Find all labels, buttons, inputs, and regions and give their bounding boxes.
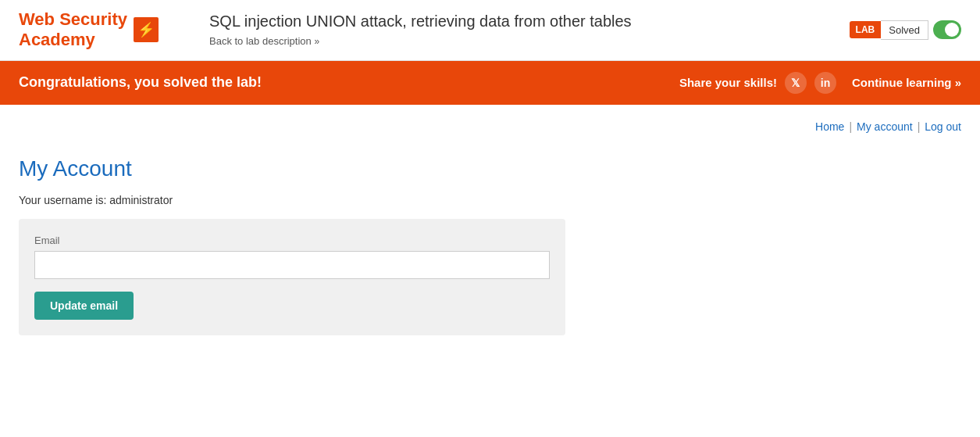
banner-message: Congratulations, you solved the lab! (19, 74, 679, 91)
home-link[interactable]: Home (815, 120, 844, 133)
header-title-area: SQL injection UNION attack, retrieving d… (209, 13, 850, 48)
username-text: Your username is: administrator (19, 194, 961, 206)
success-banner: Congratulations, you solved the lab! Sha… (0, 61, 980, 105)
logo-line1: Web Security (19, 9, 127, 29)
linkedin-icon[interactable]: in (814, 72, 836, 94)
logo-line2: Academy (19, 30, 95, 49)
nav-sep-1: | (849, 120, 852, 133)
lab-status-area: LAB Solved (850, 20, 961, 40)
my-account-link[interactable]: My account (857, 120, 913, 133)
lab-title: SQL injection UNION attack, retrieving d… (209, 13, 850, 30)
username-prefix: Your username is: (19, 194, 109, 206)
logo-icon: ⚡ (134, 17, 159, 42)
logo-area: Web Security Academy ⚡ (19, 9, 191, 51)
back-to-lab-link[interactable]: Back to lab description » (209, 35, 319, 47)
page-header: Web Security Academy ⚡ SQL injection UNI… (0, 0, 980, 61)
continue-learning-link[interactable]: Continue learning » (852, 76, 961, 89)
log-out-link[interactable]: Log out (925, 120, 961, 133)
update-email-button[interactable]: Update email (34, 292, 134, 320)
share-section: Share your skills! 𝕏 in (679, 72, 836, 94)
email-input[interactable] (34, 251, 550, 279)
nav-links: Home | My account | Log out (19, 120, 961, 133)
solved-label: Solved (881, 20, 928, 40)
toggle-knob (945, 23, 959, 37)
back-chevron-icon: » (314, 36, 319, 47)
nav-sep-2: | (918, 120, 921, 133)
lab-badge: LAB (850, 21, 882, 38)
main-content: Home | My account | Log out My Account Y… (0, 105, 980, 351)
email-form-section: Email Update email (19, 219, 565, 335)
share-label: Share your skills! (679, 76, 777, 89)
page-heading: My Account (19, 156, 961, 181)
solved-toggle[interactable] (933, 20, 961, 39)
twitter-icon[interactable]: 𝕏 (785, 72, 807, 94)
username-value: administrator (109, 194, 173, 206)
logo-text: Web Security Academy (19, 9, 127, 51)
email-label: Email (34, 235, 550, 246)
